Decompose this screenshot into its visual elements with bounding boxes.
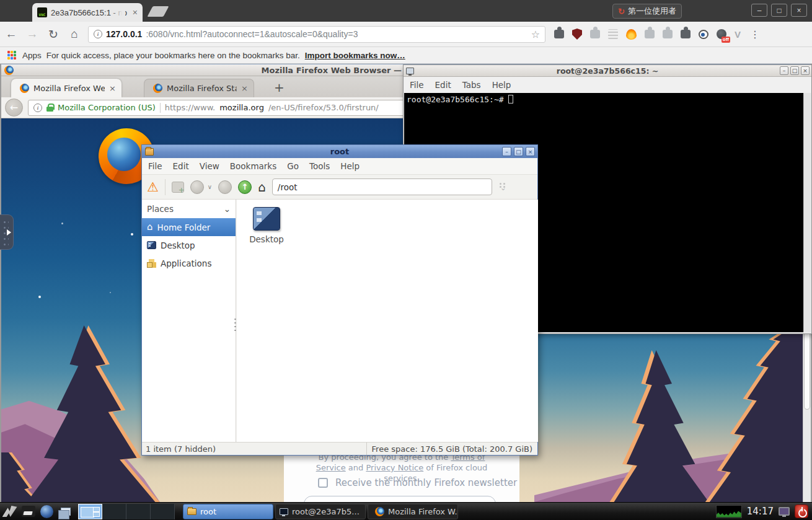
tab-close-icon[interactable]: × (133, 8, 138, 17)
extension-puzzle-icon[interactable] (663, 30, 673, 38)
browser-launcher[interactable] (38, 504, 55, 519)
clock[interactable]: 14:17 (747, 506, 774, 517)
firefox-icon (4, 66, 14, 75)
extension-puzzle-icon[interactable] (554, 30, 564, 38)
task-button-terminal[interactable]: root@2e3a7b5... (275, 504, 366, 519)
menu-help[interactable]: Help (492, 80, 511, 90)
novnc-control-handle[interactable] (0, 214, 14, 250)
tab-close-icon[interactable]: × (241, 84, 248, 93)
bookmark-star-icon[interactable]: ☆ (531, 29, 540, 40)
file-manager-launcher[interactable] (20, 504, 37, 519)
start-menu-button[interactable] (1, 504, 18, 519)
profile-badge[interactable]: ↻ 第一位使用者 (612, 4, 682, 19)
file-manager-titlebar[interactable]: root – □ × (142, 145, 537, 158)
task-button-root[interactable]: root (183, 504, 273, 519)
cpu-monitor[interactable] (716, 505, 742, 518)
sidebar-item-desktop[interactable]: Desktop (142, 236, 236, 254)
workspace-3[interactable] (126, 504, 151, 519)
workspace-4[interactable] (151, 504, 175, 519)
chat-bubble-extension-icon[interactable] (699, 30, 708, 39)
warning-icon[interactable]: ⚠ (147, 180, 159, 195)
home-icon[interactable]: ⌂ (258, 180, 266, 195)
sidebar-item-applications[interactable]: Applications (142, 254, 236, 272)
reload-button[interactable]: ↻ (46, 27, 61, 42)
import-bookmarks-link[interactable]: Import bookmarks now… (305, 51, 405, 60)
menu-bookmarks[interactable]: Bookmarks (230, 161, 276, 171)
file-manager-window: root – □ × File Edit View Bookmarks Go T… (141, 144, 538, 456)
new-tab-button[interactable]: + (274, 81, 285, 94)
file-list-area[interactable]: Desktop (237, 200, 538, 442)
menu-edit[interactable]: Edit (435, 80, 451, 90)
vimium-extension-icon[interactable]: V (735, 29, 741, 40)
desktop-folder-item[interactable]: Desktop (246, 207, 287, 244)
iconify-all-button[interactable] (57, 504, 74, 519)
page-info-icon[interactable]: i (33, 104, 42, 112)
path-input[interactable]: /root (272, 178, 492, 195)
screen-lock-icon[interactable] (779, 507, 790, 516)
menu-view[interactable]: View (200, 161, 219, 171)
back-button[interactable]: ← (4, 27, 19, 41)
firefox-tab-inactive[interactable]: Mozilla Firefox Start Pag × (144, 79, 254, 97)
window-minimize-button[interactable]: – (751, 4, 767, 17)
back-icon[interactable] (190, 180, 204, 194)
menu-help[interactable]: Help (340, 161, 360, 171)
proxy-off-extension-icon[interactable]: off (717, 29, 726, 39)
places-header[interactable]: Places ⌄ (142, 200, 236, 218)
window-minimize-button[interactable]: – (780, 66, 788, 75)
email-input[interactable] (304, 496, 496, 502)
extension-puzzle-icon[interactable] (590, 30, 600, 38)
terminal-titlebar[interactable]: root@2e3a7b566c15: ~ – □ × (404, 65, 811, 77)
workspace-2[interactable] (102, 504, 126, 519)
window-maximize-button[interactable]: □ (514, 147, 523, 156)
flame-extension-icon[interactable] (626, 29, 637, 40)
up-directory-icon[interactable]: ↑ (238, 180, 252, 194)
chevron-down-icon[interactable]: ⌄ (224, 204, 231, 214)
menu-file[interactable]: File (410, 80, 424, 90)
window-close-button[interactable]: × (791, 4, 807, 17)
side-pane-toggle-icon[interactable] (498, 182, 508, 192)
terminal-scrollbar[interactable] (803, 93, 811, 332)
menu-tabs[interactable]: Tabs (462, 80, 481, 90)
firefox-window-title: Mozilla Firefox Web Browser — (262, 66, 402, 75)
firefox-icon (375, 507, 384, 516)
sidebar-item-home-folder[interactable]: ⌂ Home Folder (142, 218, 236, 236)
menu-go[interactable]: Go (287, 161, 299, 171)
window-maximize-button[interactable]: □ (790, 66, 799, 75)
extension-puzzle-icon[interactable] (681, 30, 691, 38)
page-info-icon[interactable]: i (94, 30, 102, 38)
menu-tools[interactable]: Tools (309, 161, 330, 171)
apps-label[interactable]: Apps (22, 51, 42, 60)
firefox-tab-active[interactable]: Mozilla Firefox Web Bro × (11, 79, 121, 97)
menu-edit[interactable]: Edit (173, 161, 189, 171)
chrome-menu-icon[interactable]: ⋮ (750, 29, 760, 40)
apps-grid-icon[interactable] (7, 51, 10, 53)
firefox-back-button[interactable]: ← (5, 99, 23, 117)
privacy-notice-link[interactable]: Privacy Notice (366, 463, 423, 472)
expand-arrow-icon (7, 229, 11, 236)
workspace-1[interactable] (78, 504, 102, 519)
logout-button[interactable] (795, 505, 808, 518)
forward-button[interactable]: → (25, 27, 40, 41)
new-tab-icon[interactable] (172, 182, 184, 193)
forward-icon[interactable] (218, 180, 232, 194)
newsletter-checkbox[interactable] (318, 478, 328, 488)
window-close-button[interactable]: × (526, 147, 535, 156)
desktop-folder-icon (253, 207, 280, 231)
extension-puzzle-icon[interactable] (645, 30, 655, 38)
divider (165, 179, 165, 195)
address-bar[interactable]: i 127.0.0.1 :6080/vnc.html?autoconnect=1… (88, 26, 545, 43)
identity-label[interactable]: Mozilla Corporation (US) (58, 103, 156, 112)
task-button-firefox[interactable]: Mozilla Firefox W... (368, 504, 458, 519)
workspace-pager (78, 504, 175, 519)
extension-lattice-icon[interactable] (608, 29, 618, 39)
window-maximize-button[interactable]: □ (771, 4, 787, 17)
ublock-shield-icon[interactable] (572, 29, 582, 40)
window-minimize-button[interactable]: – (502, 147, 511, 156)
chrome-tab[interactable]: VNC 2e3a7b566c15:1 - no × (32, 3, 143, 22)
tab-close-icon[interactable]: × (109, 84, 116, 93)
window-close-button[interactable]: × (801, 66, 810, 75)
chevron-down-icon[interactable]: ∨ (208, 183, 212, 190)
home-button[interactable]: ⌂ (67, 27, 82, 41)
menu-file[interactable]: File (148, 161, 162, 171)
chrome-new-tab-button[interactable] (147, 6, 169, 17)
